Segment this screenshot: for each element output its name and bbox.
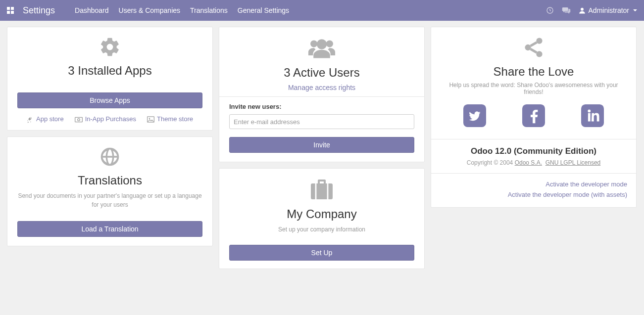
svg-point-12 bbox=[326, 41, 333, 47]
svg-point-9 bbox=[149, 118, 150, 120]
installed-apps-card: 3 Installed Apps Browse Apps App store I… bbox=[7, 27, 213, 131]
svg-rect-0 bbox=[7, 7, 10, 10]
activate-dev-mode-assets-link[interactable]: Activate the developer mode (with assets… bbox=[440, 190, 627, 200]
app-title[interactable]: Settings bbox=[23, 5, 55, 16]
gear-icon bbox=[99, 43, 121, 50]
facebook-button[interactable] bbox=[522, 104, 545, 127]
svg-point-5 bbox=[581, 8, 584, 11]
svg-rect-2 bbox=[7, 11, 10, 14]
active-users-card: 3 Active Users Manage access rights Invi… bbox=[219, 27, 425, 162]
nav-tabs: Dashboard Users & Companies Translations… bbox=[70, 0, 294, 21]
apps-launcher-icon[interactable] bbox=[7, 7, 14, 14]
briefcase-icon bbox=[309, 185, 335, 193]
version-title: Odoo 12.0 (Community Edition) bbox=[439, 146, 628, 156]
nav-tab-translations[interactable]: Translations bbox=[185, 0, 233, 21]
svg-point-17 bbox=[536, 51, 542, 57]
iap-link[interactable]: In-App Purchases bbox=[75, 115, 136, 123]
company-setup-button[interactable]: Set Up bbox=[229, 245, 414, 261]
svg-rect-1 bbox=[11, 7, 14, 10]
svg-point-15 bbox=[536, 38, 542, 44]
share-title: Share the Love bbox=[441, 65, 626, 79]
share-card: Share the Love Help us spread the word: … bbox=[431, 27, 637, 208]
svg-rect-3 bbox=[11, 11, 14, 14]
translations-subtitle: Send your documents in your partner's la… bbox=[17, 191, 202, 209]
company-title: My Company bbox=[229, 207, 414, 221]
users-icon bbox=[308, 44, 336, 51]
globe-icon bbox=[99, 152, 121, 160]
load-translation-button[interactable]: Load a Translation bbox=[17, 221, 202, 237]
nav-tab-users-companies[interactable]: Users & Companies bbox=[114, 0, 186, 21]
user-menu[interactable]: Administrator bbox=[579, 6, 637, 14]
svg-rect-13 bbox=[311, 183, 333, 199]
translations-card: Translations Send your documents in your… bbox=[7, 136, 213, 246]
version-block: Odoo 12.0 (Community Edition) Copyright … bbox=[431, 139, 636, 173]
odoo-sa-link[interactable]: Odoo S.A. bbox=[515, 159, 542, 166]
nav-tab-general-settings[interactable]: General Settings bbox=[233, 0, 294, 21]
caret-down-icon bbox=[633, 9, 637, 11]
translations-title: Translations bbox=[17, 174, 202, 187]
developer-block: Activate the developer mode Activate the… bbox=[431, 173, 636, 207]
money-icon bbox=[75, 115, 83, 123]
svg-point-10 bbox=[317, 39, 327, 49]
manage-access-rights-link[interactable]: Manage access rights bbox=[229, 84, 414, 91]
share-subtitle: Help us spread the word: Share Odoo's aw… bbox=[441, 82, 626, 95]
svg-rect-6 bbox=[75, 117, 82, 122]
svg-point-11 bbox=[310, 41, 317, 47]
company-subtitle: Set up your company information bbox=[229, 225, 414, 234]
twitter-button[interactable] bbox=[463, 104, 486, 127]
installed-apps-title: 3 Installed Apps bbox=[17, 64, 202, 78]
iap-label: In-App Purchases bbox=[85, 115, 136, 123]
svg-point-16 bbox=[525, 45, 531, 50]
top-navbar: Settings Dashboard Users & Companies Tra… bbox=[0, 0, 644, 21]
activities-icon[interactable] bbox=[546, 6, 554, 14]
app-links-row: App store In-App Purchases Theme store bbox=[7, 115, 212, 130]
theme-store-label: Theme store bbox=[157, 115, 193, 123]
invite-email-input[interactable] bbox=[229, 114, 414, 129]
svg-point-7 bbox=[77, 119, 80, 121]
license-link[interactable]: GNU LGPL Licensed bbox=[545, 159, 601, 166]
company-card: My Company Set up your company informati… bbox=[219, 168, 425, 269]
active-users-title: 3 Active Users bbox=[229, 66, 414, 80]
user-icon bbox=[579, 7, 586, 14]
conversations-icon[interactable] bbox=[562, 6, 571, 14]
app-store-link[interactable]: App store bbox=[27, 115, 64, 123]
activate-dev-mode-link[interactable]: Activate the developer mode bbox=[440, 180, 627, 190]
picture-icon bbox=[147, 115, 154, 123]
rocket-icon bbox=[27, 115, 34, 123]
linkedin-button[interactable] bbox=[581, 104, 604, 127]
share-icon bbox=[522, 43, 545, 51]
copyright-prefix: Copyright © 2004 bbox=[467, 159, 515, 166]
invite-button[interactable]: Invite bbox=[229, 137, 414, 153]
app-store-label: App store bbox=[36, 115, 64, 123]
invite-label: Invite new users: bbox=[229, 103, 414, 110]
theme-store-link[interactable]: Theme store bbox=[147, 115, 193, 123]
user-name: Administrator bbox=[589, 6, 629, 14]
nav-tab-dashboard[interactable]: Dashboard bbox=[70, 0, 114, 21]
browse-apps-button[interactable]: Browse Apps bbox=[17, 92, 202, 108]
